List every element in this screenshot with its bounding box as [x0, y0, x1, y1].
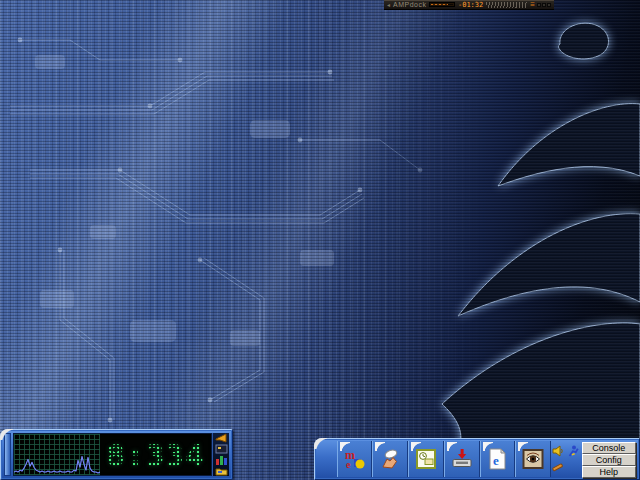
app-dock: m e: [314, 438, 640, 480]
launcher-inbox-download[interactable]: [444, 441, 480, 477]
window-buttons[interactable]: [537, 3, 551, 7]
wallpaper-light-beams: [0, 0, 640, 480]
page-fold-icon: [518, 442, 528, 451]
page-fold-icon: [375, 442, 385, 451]
config-button[interactable]: Config: [582, 454, 636, 466]
console-button[interactable]: Console: [582, 442, 636, 454]
dock-tray: [551, 441, 581, 477]
seek-bar[interactable]: [429, 2, 454, 7]
page-fold-icon: [411, 442, 421, 451]
launcher-internet-document[interactable]: e: [480, 441, 516, 477]
svg-text:e: e: [346, 459, 351, 470]
swirl-emblem: [430, 0, 640, 480]
runner-icon[interactable]: [567, 445, 579, 457]
page-fold-icon: [483, 442, 493, 451]
usage-graph: [14, 434, 100, 475]
volume-icon[interactable]: [552, 445, 564, 457]
megaphone-icon[interactable]: [215, 433, 228, 443]
collapse-arrow-icon[interactable]: ◂: [387, 0, 390, 10]
seek-fill: [431, 4, 447, 5]
launcher-hand-tool[interactable]: [372, 441, 408, 477]
amp-title: AMPdock: [393, 0, 426, 10]
circuit-board-texture: [0, 0, 640, 480]
dock-spacer: [317, 441, 337, 477]
eq-sliders-icon[interactable]: ≡: [530, 1, 534, 9]
visualization: [486, 2, 527, 8]
help-button[interactable]: Help: [582, 466, 636, 478]
usage-graph-svg: [14, 434, 100, 475]
amp-dock-bar[interactable]: ◂ AMPdock -01:32 ≡: [384, 0, 554, 10]
launcher-image-viewer[interactable]: [515, 441, 551, 477]
screen-icon[interactable]: [215, 444, 228, 454]
track-time: -01:32: [458, 0, 483, 10]
shade-icon[interactable]: [542, 3, 546, 7]
wallpaper-streaks: [0, 0, 640, 480]
desktop: ◂ AMPdock -01:32 ≡ 8:334: [0, 0, 640, 480]
folder-icon[interactable]: [215, 466, 228, 476]
page-fold-icon: [447, 442, 457, 451]
system-monitor-widget: 8:334: [0, 429, 233, 480]
monitor-icon-strip: [212, 433, 229, 476]
page-fold-icon: [340, 442, 350, 451]
launcher-m-media[interactable]: m e: [337, 441, 373, 477]
close-icon[interactable]: [547, 3, 551, 7]
minimize-icon[interactable]: [537, 3, 541, 7]
svg-text:e: e: [493, 453, 499, 468]
wallpaper-scanlines: [0, 0, 640, 480]
system-buttons: Console Config Help: [581, 441, 637, 477]
monitor-display: 8:334: [13, 433, 212, 476]
chart-icon[interactable]: [215, 455, 228, 465]
notes-icon[interactable]: [552, 461, 564, 473]
led-clock: 8:334: [100, 434, 211, 475]
drag-handle[interactable]: [4, 433, 11, 476]
launcher-organizer[interactable]: [408, 441, 444, 477]
